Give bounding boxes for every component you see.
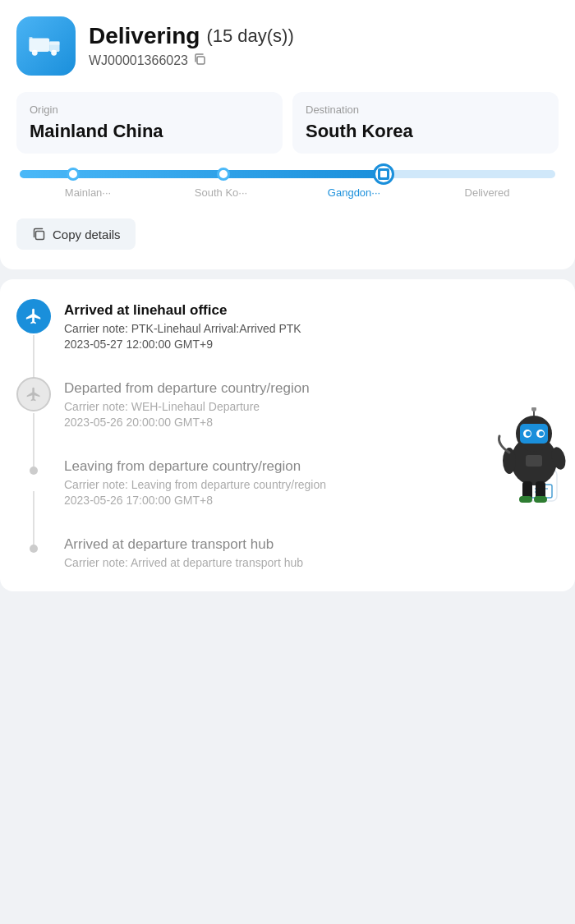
step-label-2: South Ko···: [154, 186, 288, 199]
timeline-title-2: Departed from departure country/region: [64, 380, 559, 397]
timeline-note-4: Carrier note: Arrived at departure trans…: [64, 556, 559, 569]
robot-svg: [493, 407, 575, 506]
timeline-dot-4: [30, 545, 38, 553]
truck-icon: [28, 28, 64, 64]
status-label: Delivering: [89, 23, 200, 49]
timeline-content-1: Arrived at linehaul office Carrier note:…: [64, 299, 559, 351]
origin-card: Origin Mainland China: [16, 92, 283, 154]
timeline-dot-3: [30, 467, 38, 475]
timeline-icon-2: [16, 377, 51, 411]
active-dot-inner: [378, 168, 389, 180]
copy-details-label: Copy details: [53, 228, 121, 241]
progress-section: Mainlan··· South Ko··· Gangdon··· Delive…: [16, 170, 559, 199]
svg-marker-2: [49, 42, 59, 45]
svg-rect-6: [197, 57, 205, 64]
timeline-note-3: Carrier note: Leaving from departure cou…: [64, 478, 468, 491]
copy-icon: [31, 227, 46, 241]
timeline-content-3: Leaving from departure country/region Ca…: [64, 455, 559, 507]
progress-dot-1: [67, 168, 80, 181]
svg-rect-7: [380, 171, 387, 177]
svg-rect-28: [534, 496, 547, 503]
timeline-card: Arrived at linehaul office Carrier note:…: [0, 279, 575, 591]
plane-icon-1: [25, 307, 43, 325]
svg-rect-8: [36, 232, 44, 240]
destination-card: Destination South Korea: [292, 92, 559, 154]
top-card: Delivering (15 day(s)) WJ00001366023 Ori…: [0, 0, 575, 269]
step-label-1: Mainlan···: [21, 186, 154, 199]
timeline-item-2: Departed from departure country/region C…: [16, 377, 559, 429]
svg-rect-27: [519, 496, 532, 503]
destination-label: Destination: [306, 103, 545, 116]
robot-mascot: [493, 407, 575, 509]
origin-dest-row: Origin Mainland China Destination South …: [16, 92, 559, 154]
timeline-item-4: Arrived at departure transport hub Carri…: [16, 533, 559, 572]
origin-label: Origin: [30, 103, 269, 116]
progress-track: [20, 170, 555, 178]
progress-dot-3-active: [373, 163, 394, 185]
svg-point-4: [51, 50, 57, 56]
step-label-3: Gangdon···: [288, 186, 421, 199]
header-row: Delivering (15 day(s)) WJ00001366023: [16, 16, 559, 76]
svg-rect-0: [29, 38, 49, 52]
progress-labels: Mainlan··· South Ko··· Gangdon··· Delive…: [20, 186, 555, 199]
status-title: Delivering (15 day(s)): [89, 23, 294, 49]
days-badge: (15 day(s)): [206, 25, 293, 47]
timeline-time-3: 2023-05-26 17:00:00 GMT+8: [64, 494, 468, 507]
timeline-title-3: Leaving from departure country/region: [64, 458, 468, 475]
svg-rect-29: [526, 455, 542, 467]
timeline-title-1: Arrived at linehaul office: [64, 302, 559, 319]
timeline-title-4: Arrived at departure transport hub: [64, 536, 559, 553]
copy-tracking-icon[interactable]: [193, 53, 206, 69]
svg-point-22: [531, 407, 536, 411]
timeline-time-1: 2023-05-27 12:00:00 GMT+9: [64, 338, 559, 351]
timeline-icon-1: [16, 299, 51, 333]
timeline-content-4: Arrived at departure transport hub Carri…: [64, 533, 559, 572]
plane-icon-2: [25, 386, 42, 402]
svg-rect-5: [29, 37, 32, 39]
truck-icon-box: [16, 16, 76, 76]
timeline-note-1: Carrier note: PTK-Linehaul Arrival:Arriv…: [64, 322, 559, 335]
progress-dot-2: [217, 168, 230, 181]
timeline-note-2: Carrier note: WEH-Linehaul Departure: [64, 400, 559, 413]
tracking-number-row: WJ00001366023: [89, 53, 294, 69]
timeline-time-2: 2023-05-26 20:00:00 GMT+8: [64, 416, 559, 429]
timeline-item-3: Leaving from departure country/region Ca…: [16, 455, 559, 507]
destination-value: South Korea: [306, 121, 545, 142]
timeline-item-1: Arrived at linehaul office Carrier note:…: [16, 299, 559, 351]
header-text: Delivering (15 day(s)) WJ00001366023: [89, 23, 294, 69]
origin-value: Mainland China: [30, 121, 269, 142]
svg-point-20: [539, 431, 544, 436]
svg-point-3: [32, 50, 38, 56]
tracking-number: WJ00001366023: [89, 53, 188, 68]
step-label-4: Delivered: [421, 186, 554, 199]
svg-point-19: [526, 431, 531, 436]
timeline-content-2: Departed from departure country/region C…: [64, 377, 559, 429]
copy-details-button[interactable]: Copy details: [16, 218, 136, 250]
